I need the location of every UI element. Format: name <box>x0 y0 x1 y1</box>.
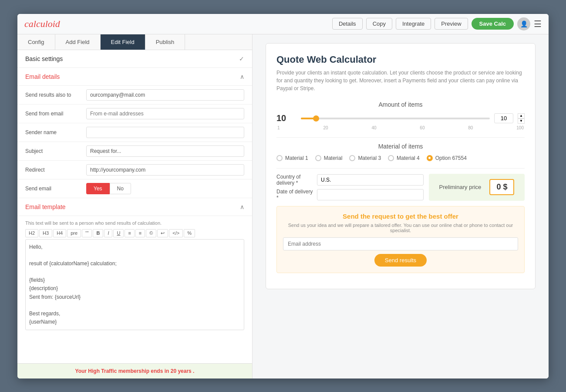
radio-section-label: Material of items <box>276 143 525 150</box>
email-template-label: Email template <box>25 203 66 210</box>
divider-1 <box>276 137 525 138</box>
send-from-label: Send from email <box>25 111 86 117</box>
main-window: calculoid Details Copy Integrate Preview… <box>17 14 549 378</box>
toolbar-bold[interactable]: B <box>93 229 103 237</box>
divider-2 <box>276 168 525 169</box>
toolbar-italic[interactable]: I <box>104 229 112 237</box>
radio-option67554[interactable]: Option 67554 <box>427 155 467 161</box>
email-line-2 <box>29 251 240 260</box>
country-label: Country of delivery * <box>276 174 313 186</box>
toolbar-special1[interactable]: © <box>146 229 156 237</box>
cta-email-input[interactable] <box>283 237 518 250</box>
main-layout: Config Add Field Edit Field Publish Basi… <box>17 34 549 378</box>
toolbar-underline[interactable]: U <box>113 229 124 237</box>
left-panel: Config Add Field Edit Field Publish Basi… <box>17 34 253 378</box>
top-bar-actions: Details Copy Integrate Preview Save Calc… <box>332 17 542 30</box>
copy-button[interactable]: Copy <box>366 18 392 30</box>
subject-row: Subject <box>17 142 252 161</box>
radio-material3[interactable]: Material 3 <box>349 155 381 161</box>
toolbar-quote[interactable]: “” <box>82 229 92 237</box>
tab-bar: Config Add Field Edit Field Publish <box>17 34 252 50</box>
send-email-toggle: Yes No <box>86 183 131 194</box>
send-from-row: Send from email <box>17 105 252 123</box>
bottom-notice: Your High Traffic membership ends in 20 … <box>17 363 252 378</box>
slider-value: 10 <box>276 113 286 123</box>
slider-input[interactable] <box>494 113 513 123</box>
toolbar-pre[interactable]: pre <box>67 229 81 237</box>
radio-circle-2 <box>315 155 321 161</box>
radio-circle-4 <box>388 155 394 161</box>
sender-name-input[interactable] <box>86 127 244 138</box>
email-details-label: Email details <box>25 73 60 80</box>
yes-button[interactable]: Yes <box>86 183 110 194</box>
toolbar-ol[interactable]: ≡ <box>125 229 134 237</box>
email-line-6: {description} <box>29 284 240 293</box>
email-line-7: Sent from: {sourceUrl} <box>29 293 240 301</box>
toolbar-percent[interactable]: % <box>184 229 195 237</box>
slider-track <box>301 118 490 119</box>
email-line-9: Best regards, <box>29 310 240 318</box>
tab-publish[interactable]: Publish <box>145 34 185 50</box>
notice-highlight: 20 years <box>171 368 192 374</box>
tab-edit-field[interactable]: Edit Field <box>101 34 145 50</box>
slider-thumb[interactable] <box>313 115 319 122</box>
date-input[interactable] <box>317 189 424 200</box>
sender-name-row: Sender name <box>17 123 252 142</box>
preview-card: Quote Web Calculator Provide your client… <box>266 43 536 289</box>
tab-add-field[interactable]: Add Field <box>55 34 101 50</box>
radio-label-5: Option 67554 <box>435 155 467 161</box>
slider-min: 1 <box>277 125 280 130</box>
radio-material4[interactable]: Material 4 <box>388 155 420 161</box>
toolbar-code[interactable]: </> <box>169 229 183 237</box>
radio-circle-1 <box>276 155 283 161</box>
toolbar-h4[interactable]: H4 <box>53 229 66 237</box>
integrate-button[interactable]: Integrate <box>396 18 431 30</box>
email-body-editor[interactable]: Hello, result of {calculatorName} calcul… <box>25 239 244 331</box>
email-details-header[interactable]: Email details ∧ <box>17 68 252 86</box>
save-button[interactable]: Save Calc <box>472 18 514 30</box>
delivery-fields: Country of delivery * Date of delivery * <box>276 174 424 201</box>
cta-description: Send us your idea and we will prepare a … <box>283 223 518 233</box>
sender-name-label: Sender name <box>25 129 86 135</box>
radio-material1[interactable]: Material 1 <box>276 155 308 161</box>
toolbar-h3[interactable]: H3 <box>39 229 52 237</box>
radio-label-2: Material <box>324 155 343 161</box>
tab-config[interactable]: Config <box>17 34 55 50</box>
email-template-header[interactable]: Email template ∧ <box>17 198 252 216</box>
no-button[interactable]: No <box>110 183 131 194</box>
email-details-chevron: ∧ <box>240 73 244 80</box>
spin-up[interactable]: ▲ <box>518 113 525 118</box>
redirect-input[interactable] <box>86 164 244 176</box>
notice-suffix: . <box>193 368 194 374</box>
radio-group: Material 1 Material Material 3 Material … <box>276 155 525 161</box>
slider-row: 10 ▲ ▼ <box>276 113 525 124</box>
toolbar-ul[interactable]: ≡ <box>135 229 145 237</box>
hamburger-icon[interactable]: ☰ <box>534 19 542 29</box>
radio-label-3: Material 3 <box>358 155 381 161</box>
toolbar-h2[interactable]: H2 <box>25 229 38 237</box>
price-value: 0 $ <box>489 179 514 195</box>
subject-label: Subject <box>25 148 86 154</box>
send-results-input[interactable] <box>86 89 244 101</box>
email-line-1: Hello, <box>29 243 240 251</box>
logo: calculoid <box>24 18 60 30</box>
country-row: Country of delivery * <box>276 174 424 186</box>
slider-mark-20: 20 <box>323 125 328 130</box>
spin-down[interactable]: ▼ <box>518 118 525 124</box>
panel-scroll: Basic settings ✓ Email details ∧ Send re… <box>17 50 252 363</box>
send-from-input[interactable] <box>86 108 244 119</box>
preview-button[interactable]: Preview <box>435 18 468 30</box>
slider-container[interactable] <box>301 114 490 123</box>
country-input[interactable] <box>317 174 424 186</box>
send-results-button[interactable]: Send results <box>374 254 427 267</box>
radio-circle-3 <box>349 155 355 161</box>
template-description: This text will be sent to a person who s… <box>25 220 244 226</box>
radio-material2[interactable]: Material <box>315 155 343 161</box>
basic-settings-header[interactable]: Basic settings ✓ <box>17 50 252 68</box>
subject-input[interactable] <box>86 145 244 157</box>
send-email-row: Send email Yes No <box>17 179 252 198</box>
user-avatar[interactable]: 👤 <box>517 17 530 30</box>
preview-title: Quote Web Calculator <box>276 54 525 65</box>
details-button[interactable]: Details <box>332 18 363 30</box>
toolbar-undo[interactable]: ↩ <box>157 229 168 237</box>
